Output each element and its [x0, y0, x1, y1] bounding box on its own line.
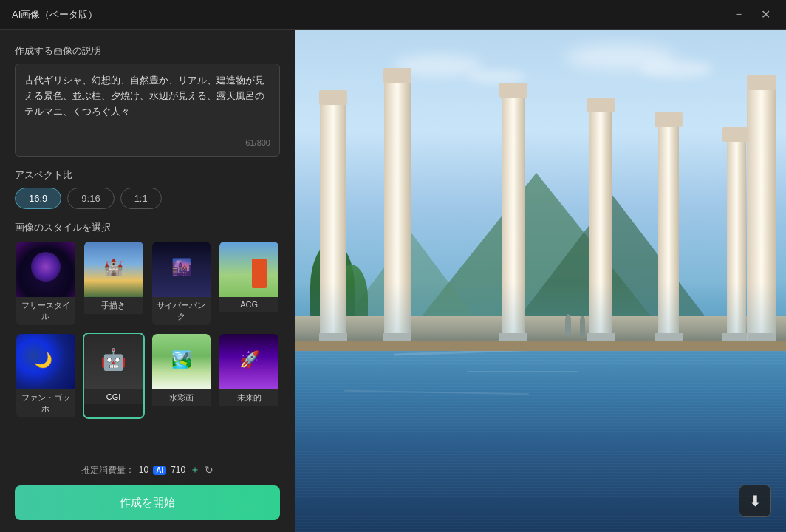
- style-label-future: 未来的: [219, 389, 278, 406]
- close-button[interactable]: ✕: [756, 6, 774, 24]
- style-watercolor[interactable]: 水彩画: [151, 332, 213, 419]
- style-cgi[interactable]: CGI: [83, 332, 145, 419]
- style-thumb-future: [219, 334, 278, 389]
- aspect-label: アスペクト比: [15, 168, 280, 182]
- bottom-bar: 推定消費量： 10 AI 710 ＋ ↻ 作成を開始: [15, 457, 280, 520]
- water-reflection: [295, 331, 786, 532]
- style-handdrawn[interactable]: 手描き: [83, 240, 145, 327]
- style-label-watercolor: 水彩画: [152, 389, 211, 406]
- style-thumb-cyberpunk: [152, 242, 211, 297]
- credits-value: 710: [171, 465, 185, 475]
- style-cyberpunk[interactable]: サイバーパンク: [151, 240, 213, 327]
- style-label-fangogh: ファン・ゴッホ: [16, 389, 75, 417]
- refresh-icon[interactable]: ↻: [205, 464, 213, 476]
- download-icon: ⬇: [749, 492, 762, 510]
- style-label: 画像のスタイルを選択: [15, 221, 280, 234]
- style-acg[interactable]: ACG: [218, 240, 280, 327]
- prompt-section: 作成する画像の説明 61/800: [15, 44, 280, 157]
- style-thumb-freestyle: [16, 242, 75, 297]
- style-label-freestyle: フリースタイル: [16, 297, 75, 325]
- style-label-handdrawn: 手描き: [84, 297, 143, 314]
- aspect-btn-1-1[interactable]: 1:1: [120, 188, 162, 209]
- minimize-button[interactable]: －: [730, 6, 748, 24]
- generate-button[interactable]: 作成を開始: [15, 485, 280, 520]
- style-label-cyberpunk: サイバーパンク: [152, 297, 211, 325]
- window-controls: － ✕: [730, 6, 774, 24]
- prompt-wrapper: 61/800: [15, 64, 280, 157]
- style-fangogh[interactable]: ファン・ゴッホ: [15, 332, 77, 419]
- add-credits-icon[interactable]: ＋: [190, 463, 200, 477]
- cost-label: 推定消費量：: [81, 464, 134, 477]
- scene-canvas: [295, 30, 786, 532]
- style-thumb-watercolor: [152, 334, 211, 389]
- aspect-section: アスペクト比 16:9 9:16 1:1: [15, 168, 280, 209]
- main-layout: 作成する画像の説明 61/800 アスペクト比 16:9 9:16 1:1 画像…: [0, 30, 786, 532]
- prompt-input[interactable]: [24, 73, 270, 132]
- left-panel: 作成する画像の説明 61/800 アスペクト比 16:9 9:16 1:1 画像…: [0, 30, 295, 532]
- download-button[interactable]: ⬇: [739, 485, 771, 517]
- style-thumb-handdrawn: [84, 242, 143, 297]
- aspect-buttons: 16:9 9:16 1:1: [15, 188, 280, 209]
- char-count: 61/800: [24, 138, 270, 147]
- style-label-acg: ACG: [219, 297, 278, 312]
- style-freestyle[interactable]: フリースタイル: [15, 240, 77, 327]
- atmosphere-haze: [295, 282, 786, 341]
- style-section: 画像のスタイルを選択 フリースタイル 手描き サイバーパンク ACG: [15, 221, 280, 419]
- title-bar: AI画像（ベータ版） － ✕: [0, 0, 786, 30]
- style-thumb-acg: [219, 242, 278, 297]
- style-thumb-fangogh: [16, 334, 75, 389]
- aspect-btn-9-16[interactable]: 9:16: [67, 188, 114, 209]
- cloud-4: [639, 60, 713, 78]
- app-title: AI画像（ベータ版）: [12, 8, 98, 21]
- cost-row: 推定消費量： 10 AI 710 ＋ ↻: [15, 463, 280, 477]
- style-grid: フリースタイル 手描き サイバーパンク ACG ファン・ゴッホ: [15, 240, 280, 419]
- ai-badge: AI: [153, 466, 166, 475]
- style-thumb-cgi: [84, 334, 143, 389]
- prompt-label: 作成する画像の説明: [15, 44, 280, 58]
- stone-step: [295, 341, 786, 352]
- cost-value: 10: [139, 465, 148, 475]
- right-panel: ⬇: [295, 30, 786, 532]
- water-pool: [295, 331, 786, 532]
- style-label-cgi: CGI: [84, 389, 143, 404]
- aspect-btn-16-9[interactable]: 16:9: [15, 188, 61, 209]
- style-future[interactable]: 未来的: [218, 332, 280, 419]
